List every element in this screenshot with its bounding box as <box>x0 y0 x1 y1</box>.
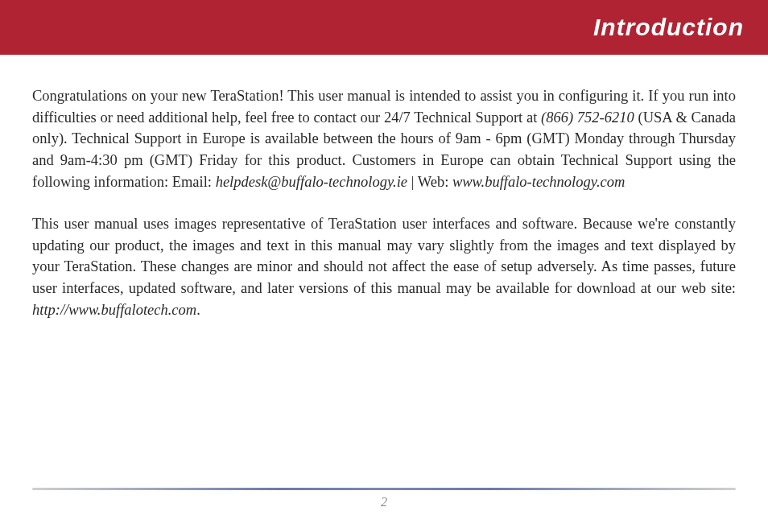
content-area: Congratulations on your new TeraStation!… <box>0 55 768 320</box>
support-web: www.buffalo-technology.com <box>452 174 625 190</box>
intro-paragraph-1: Congratulations on your new TeraStation!… <box>32 85 736 192</box>
phone-number: (866) 752-6210 <box>541 109 634 126</box>
header-bar: Introduction <box>0 0 768 55</box>
text-segment: This user manual uses images representat… <box>32 216 736 296</box>
website-url: http://www.buffalotech.com <box>32 302 196 318</box>
page-title: Introduction <box>593 14 744 41</box>
intro-paragraph-2: This user manual uses images representat… <box>32 213 736 320</box>
text-segment: . <box>196 302 200 318</box>
text-segment: | Web: <box>407 174 452 190</box>
support-email: helpdesk@buffalo-technology.ie <box>216 174 407 190</box>
footer-divider <box>32 488 736 490</box>
page-number: 2 <box>32 495 736 509</box>
page-footer: 2 <box>32 488 736 509</box>
